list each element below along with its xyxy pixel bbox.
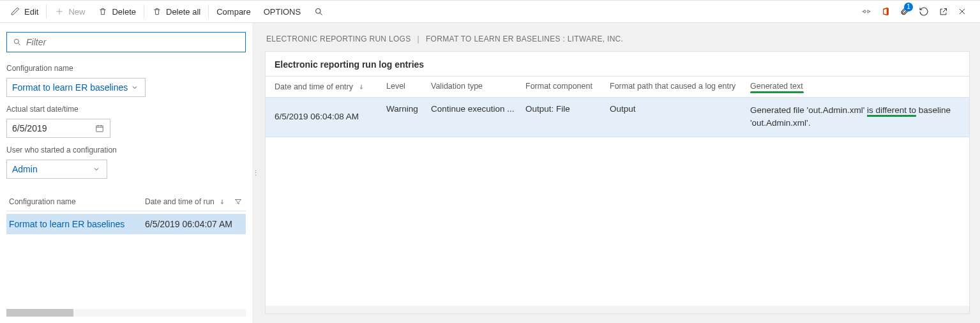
gtext-highlighted: is different to xyxy=(867,105,916,117)
separator xyxy=(46,4,47,19)
filter-icon[interactable] xyxy=(233,197,243,207)
col-format-path[interactable]: Format path that caused a log entry xyxy=(610,82,750,92)
runs-col-config[interactable]: Configuration name xyxy=(9,197,145,206)
chevron-down-icon xyxy=(91,164,102,174)
cell-format-path: Output xyxy=(610,104,750,129)
scrollbar-thumb[interactable] xyxy=(6,309,73,317)
svg-point-3 xyxy=(14,39,19,43)
svg-point-0 xyxy=(315,8,320,13)
new-label: New xyxy=(68,7,85,17)
start-date-value: 6/5/2019 xyxy=(12,123,47,133)
delete-button[interactable]: Delete xyxy=(91,1,142,22)
trash-icon xyxy=(98,6,108,17)
start-date-input[interactable]: 6/5/2019 xyxy=(6,119,110,138)
user-label: User who started a configuration xyxy=(6,146,246,154)
office-icon[interactable] xyxy=(880,6,891,17)
notification-badge: 1 xyxy=(904,3,913,11)
config-name-dropdown[interactable]: Format to learn ER baselines xyxy=(6,78,146,97)
main-panel: ELECTRONIC REPORTING RUN LOGS | FORMAT T… xyxy=(257,23,980,323)
edit-label: Edit xyxy=(24,7,38,17)
svg-rect-1 xyxy=(864,10,866,13)
cell-validation-type: Continue execution ... xyxy=(431,104,525,129)
connector-icon[interactable] xyxy=(861,6,871,17)
user-dropdown[interactable]: Admin xyxy=(6,160,107,179)
col-date-label: Date and time of entry xyxy=(275,82,353,91)
delete-all-label: Delete all xyxy=(166,7,200,17)
plus-icon xyxy=(54,6,64,17)
runs-grid-header: Configuration name Date and time of run xyxy=(6,193,246,211)
compare-label: Compare xyxy=(216,7,250,17)
col-generated-text-label: Generated text xyxy=(750,82,803,91)
cell-level: Warning xyxy=(386,104,431,129)
user-value: Admin xyxy=(12,164,38,174)
options-button[interactable]: OPTIONS xyxy=(257,1,308,22)
grid-row[interactable]: 6/5/2019 06:04:08 AM Warning Continue ex… xyxy=(266,98,969,137)
separator xyxy=(144,4,144,19)
panel-resize-handle[interactable]: ⋮ xyxy=(252,23,257,323)
gtext-part-a: Generated file 'out.Admin.xml' xyxy=(750,105,867,115)
compare-button[interactable]: Compare xyxy=(210,1,257,22)
sort-down-icon xyxy=(217,197,227,207)
col-level[interactable]: Level xyxy=(386,82,431,92)
popout-icon[interactable] xyxy=(938,6,948,17)
col-format-component[interactable]: Format component xyxy=(525,82,610,92)
breadcrumb-separator: | xyxy=(418,34,419,43)
col-date[interactable]: Date and time of entry xyxy=(275,82,386,92)
new-button[interactable]: New xyxy=(48,1,91,22)
options-label: OPTIONS xyxy=(264,7,301,17)
runs-col-datetime-label: Date and time of run xyxy=(145,197,215,206)
app-body: Configuration name Format to learn ER ba… xyxy=(0,22,980,323)
separator xyxy=(208,4,209,19)
breadcrumb-item[interactable]: ELECTRONIC REPORTING RUN LOGS xyxy=(266,34,411,43)
config-name-label: Configuration name xyxy=(6,64,246,73)
start-date-label: Actual start date/time xyxy=(6,105,246,114)
log-entries-card: Electronic reporting run log entries Dat… xyxy=(265,51,970,314)
chevron-down-icon xyxy=(130,82,140,93)
calendar-icon xyxy=(94,123,105,133)
edit-button[interactable]: Edit xyxy=(4,1,45,22)
runs-row-config: Format to learn ER baselines xyxy=(9,219,145,229)
cell-date: 6/5/2019 06:04:08 AM xyxy=(275,104,386,129)
delete-all-button[interactable]: Delete all xyxy=(146,1,207,22)
action-toolbar: Edit New Delete Delete all Compare OPTIO… xyxy=(0,1,980,22)
runs-col-datetime[interactable]: Date and time of run xyxy=(145,197,243,207)
runs-row-datetime: 6/5/2019 06:04:07 AM xyxy=(145,219,243,229)
search-button[interactable] xyxy=(307,1,330,22)
highlight-marker xyxy=(750,91,804,93)
col-validation-type[interactable]: Validation type xyxy=(431,82,525,92)
filter-input-wrapper[interactable] xyxy=(6,32,246,52)
refresh-icon[interactable] xyxy=(919,6,929,17)
trash-icon xyxy=(152,6,162,17)
grid-header: Date and time of entry Level Validation … xyxy=(266,76,969,98)
search-icon xyxy=(313,6,324,17)
cell-generated-text: Generated file 'out.Admin.xml' is differ… xyxy=(750,104,960,129)
horizontal-scrollbar[interactable] xyxy=(6,309,246,317)
breadcrumb: ELECTRONIC REPORTING RUN LOGS | FORMAT T… xyxy=(265,31,970,51)
toolbar-right: 1 xyxy=(861,6,976,18)
attachments-button[interactable]: 1 xyxy=(900,6,910,18)
filter-panel: Configuration name Format to learn ER ba… xyxy=(0,23,252,323)
filter-input[interactable] xyxy=(26,37,240,47)
cell-format-component: Output: File xyxy=(525,104,610,129)
horizontal-scrollbar[interactable] xyxy=(266,306,969,313)
runs-row[interactable]: Format to learn ER baselines 6/5/2019 06… xyxy=(6,214,246,234)
config-name-value: Format to learn ER baselines xyxy=(12,82,128,93)
sort-down-icon xyxy=(356,82,366,92)
pencil-icon xyxy=(10,6,20,17)
svg-rect-4 xyxy=(96,126,103,131)
breadcrumb-item[interactable]: FORMAT TO LEARN ER BASELINES : LITWARE, … xyxy=(426,34,623,43)
delete-label: Delete xyxy=(112,7,136,17)
search-icon xyxy=(12,37,22,47)
svg-rect-2 xyxy=(867,10,869,13)
grid-title: Electronic reporting run log entries xyxy=(266,52,969,76)
close-icon[interactable] xyxy=(957,6,967,17)
col-generated-text[interactable]: Generated text xyxy=(750,82,960,92)
